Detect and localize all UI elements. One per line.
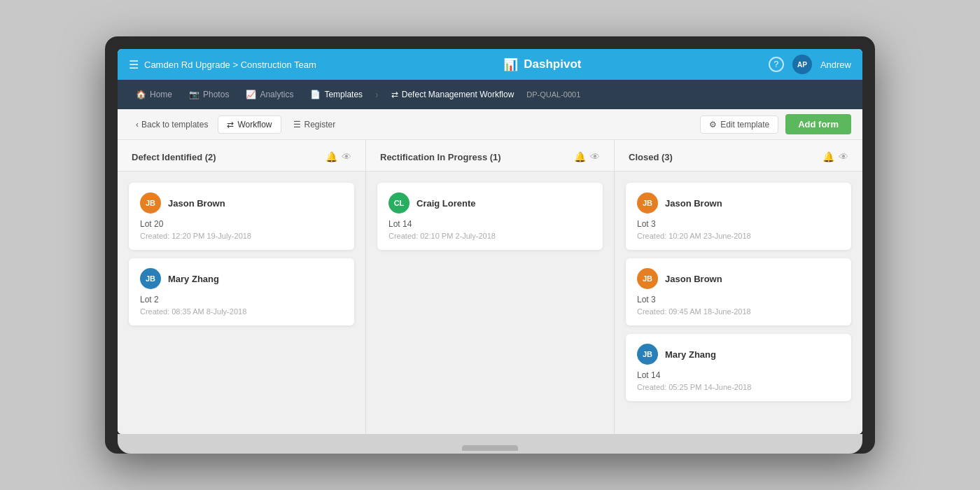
table-row[interactable]: JB Jason Brown Lot 3 Created: 09:45 AM 1… <box>626 258 851 326</box>
card-date: Created: 02:10 PM 2-July-2018 <box>388 232 592 240</box>
card-name: Craig Lorente <box>416 198 476 209</box>
user-avatar: AP <box>792 55 812 74</box>
card-date: Created: 10:20 AM 23-June-2018 <box>637 232 840 240</box>
card-name: Jason Brown <box>665 274 722 284</box>
breadcrumb-separator-1: › <box>375 89 379 100</box>
column-title-2: Closed (3) <box>629 152 673 162</box>
card-name: Mary Zhang <box>168 274 219 284</box>
column-body-1: CL Craig Lorente Lot 14 Created: 02:10 P… <box>366 172 614 434</box>
eye-icon[interactable]: 👁 <box>590 151 600 162</box>
card-header: JB Jason Brown <box>140 192 343 214</box>
top-bar: ☰ Camden Rd Upgrade > Construction Team … <box>118 49 862 80</box>
eye-icon[interactable]: 👁 <box>839 151 848 162</box>
sub-nav: ‹ Back to templates ⇄ Workflow ☰ Registe… <box>118 109 862 140</box>
column-title-1: Rectification In Progress (1) <box>380 152 501 162</box>
app-title-group: 📊 Dashpivot <box>503 57 581 72</box>
top-bar-left: ☰ Camden Rd Upgrade > Construction Team <box>129 58 316 71</box>
column-header-2: Closed (3) 🔔 👁 <box>615 140 862 172</box>
column-icons-2: 🔔 👁 <box>822 151 848 162</box>
card-lot: Lot 14 <box>388 219 592 229</box>
nav-bar: 🏠 Home 📷 Photos 📈 Analytics 📄 Templates … <box>118 80 862 109</box>
card-lot: Lot 20 <box>140 219 343 229</box>
card-header: JB Mary Zhang <box>140 268 343 289</box>
bell-icon[interactable]: 🔔 <box>822 151 834 162</box>
top-bar-right: ? AP Andrew <box>769 55 851 74</box>
laptop-notch <box>462 445 518 451</box>
table-row[interactable]: JB Jason Brown Lot 20 Created: 12:20 PM … <box>129 183 354 250</box>
bell-icon[interactable]: 🔔 <box>574 151 586 162</box>
card-lot: Lot 14 <box>637 370 840 380</box>
card-date: Created: 08:35 AM 8-July-2018 <box>140 307 343 316</box>
kanban-column-2: Closed (3) 🔔 👁 JB Jason Brown Lot 3 Crea… <box>615 140 862 434</box>
app-name: Dashpivot <box>524 57 581 71</box>
column-title-0: Defect Identified (2) <box>132 152 216 162</box>
avatar: JB <box>140 192 161 214</box>
table-row[interactable]: CL Craig Lorente Lot 14 Created: 02:10 P… <box>377 183 603 250</box>
card-date: Created: 09:45 AM 18-June-2018 <box>637 307 840 316</box>
card-header: JB Jason Brown <box>637 268 840 289</box>
avatar: JB <box>637 344 658 365</box>
user-name: Andrew <box>820 59 851 70</box>
gear-icon: ⚙ <box>709 120 717 130</box>
nav-home[interactable]: 🏠 Home <box>129 85 179 104</box>
card-name: Jason Brown <box>168 198 225 209</box>
column-body-2: JB Jason Brown Lot 3 Created: 10:20 AM 2… <box>615 172 862 434</box>
card-lot: Lot 2 <box>140 295 343 304</box>
card-name: Mary Zhang <box>665 349 716 360</box>
chart-icon: 📊 <box>503 57 518 72</box>
card-header: JB Jason Brown <box>637 192 840 214</box>
eye-icon[interactable]: 👁 <box>342 151 351 162</box>
table-row[interactable]: JB Mary Zhang Lot 2 Created: 08:35 AM 8-… <box>129 258 354 326</box>
card-name: Jason Brown <box>665 198 722 209</box>
card-lot: Lot 3 <box>637 295 840 304</box>
add-form-button[interactable]: Add form <box>785 114 851 134</box>
bell-icon[interactable]: 🔔 <box>326 151 337 162</box>
avatar: JB <box>140 268 161 289</box>
card-date: Created: 05:25 PM 14-June-2018 <box>637 383 840 391</box>
workflow-tab[interactable]: ⇄ Workflow <box>218 115 281 134</box>
home-icon: 🏠 <box>136 90 146 99</box>
nav-photos[interactable]: 📷 Photos <box>182 85 236 104</box>
card-header: JB Mary Zhang <box>637 344 840 365</box>
help-button[interactable]: ? <box>769 57 784 72</box>
workflow-icon: ⇄ <box>391 90 398 99</box>
nav-analytics[interactable]: 📈 Analytics <box>239 85 300 104</box>
workflow-tab-icon: ⇄ <box>227 120 234 130</box>
nav-workflow-name[interactable]: ⇄ Defect Management Workflow <box>384 85 522 104</box>
hamburger-icon[interactable]: ☰ <box>129 58 139 71</box>
templates-icon: 📄 <box>310 90 321 99</box>
edit-template-button[interactable]: ⚙ Edit template <box>700 115 778 134</box>
table-row[interactable]: JB Jason Brown Lot 3 Created: 10:20 AM 2… <box>626 183 851 250</box>
column-body-0: JB Jason Brown Lot 20 Created: 12:20 PM … <box>118 172 365 434</box>
kanban-column-1: Rectification In Progress (1) 🔔 👁 CL Cra… <box>366 140 615 434</box>
kanban-board: Defect Identified (2) 🔔 👁 JB Jason Brown… <box>118 140 862 434</box>
register-tab-icon: ☰ <box>293 120 301 130</box>
back-to-templates-button[interactable]: ‹ Back to templates <box>129 116 215 133</box>
card-lot: Lot 3 <box>637 219 840 229</box>
laptop-frame: ☰ Camden Rd Upgrade > Construction Team … <box>105 36 875 454</box>
column-icons-1: 🔔 👁 <box>574 151 600 162</box>
card-header: CL Craig Lorente <box>388 192 592 214</box>
nav-templates[interactable]: 📄 Templates <box>303 85 370 104</box>
screen: ☰ Camden Rd Upgrade > Construction Team … <box>118 49 862 434</box>
project-breadcrumb: Camden Rd Upgrade > Construction Team <box>144 59 316 70</box>
analytics-icon: 📈 <box>246 90 256 99</box>
kanban-column-0: Defect Identified (2) 🔔 👁 JB Jason Brown… <box>118 140 366 434</box>
sub-nav-right: ⚙ Edit template Add form <box>700 114 851 134</box>
avatar: CL <box>388 192 410 214</box>
column-header-0: Defect Identified (2) 🔔 👁 <box>118 140 365 172</box>
chevron-left-icon: ‹ <box>136 120 139 130</box>
sub-nav-left: ‹ Back to templates ⇄ Workflow ☰ Registe… <box>129 115 344 134</box>
table-row[interactable]: JB Mary Zhang Lot 14 Created: 05:25 PM 1… <box>626 334 851 401</box>
register-tab[interactable]: ☰ Register <box>284 115 345 134</box>
avatar: JB <box>637 268 658 289</box>
laptop-base <box>118 434 862 454</box>
photos-icon: 📷 <box>189 90 200 99</box>
dp-code: DP-QUAL-0001 <box>526 90 580 99</box>
avatar: JB <box>637 192 658 214</box>
column-icons-0: 🔔 👁 <box>326 151 351 162</box>
column-header-1: Rectification In Progress (1) 🔔 👁 <box>366 140 614 172</box>
card-date: Created: 12:20 PM 19-July-2018 <box>140 232 343 240</box>
